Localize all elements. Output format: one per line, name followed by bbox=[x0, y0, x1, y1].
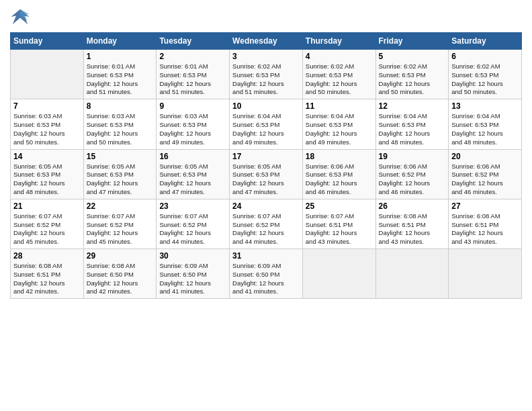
weekday-header-saturday: Saturday bbox=[449, 33, 522, 50]
calendar-cell: 19Sunrise: 6:06 AM Sunset: 6:52 PM Dayli… bbox=[375, 149, 449, 199]
day-info: Sunrise: 6:08 AM Sunset: 6:51 PM Dayligh… bbox=[451, 212, 519, 246]
calendar-cell: 11Sunrise: 6:04 AM Sunset: 6:53 PM Dayli… bbox=[302, 99, 375, 149]
calendar-week-row: 14Sunrise: 6:05 AM Sunset: 6:53 PM Dayli… bbox=[11, 149, 522, 199]
day-number: 30 bbox=[159, 251, 226, 261]
day-number: 26 bbox=[379, 201, 446, 211]
day-number: 12 bbox=[379, 101, 446, 111]
day-info: Sunrise: 6:07 AM Sunset: 6:52 PM Dayligh… bbox=[87, 212, 154, 246]
day-number: 13 bbox=[451, 101, 519, 111]
calendar-cell: 8Sunrise: 6:03 AM Sunset: 6:53 PM Daylig… bbox=[83, 99, 157, 149]
day-number: 4 bbox=[306, 52, 373, 61]
logo-icon bbox=[10, 7, 30, 27]
calendar-cell: 29Sunrise: 6:08 AM Sunset: 6:50 PM Dayli… bbox=[83, 249, 157, 299]
day-number: 27 bbox=[451, 201, 519, 211]
calendar-cell: 22Sunrise: 6:07 AM Sunset: 6:52 PM Dayli… bbox=[83, 199, 157, 248]
calendar-week-row: 28Sunrise: 6:08 AM Sunset: 6:51 PM Dayli… bbox=[11, 249, 522, 299]
calendar-cell: 18Sunrise: 6:06 AM Sunset: 6:53 PM Dayli… bbox=[302, 149, 375, 199]
calendar-cell bbox=[449, 249, 522, 299]
day-number: 9 bbox=[159, 101, 226, 111]
day-number: 29 bbox=[87, 251, 154, 261]
day-number: 16 bbox=[159, 152, 226, 161]
page-header bbox=[10, 7, 522, 27]
weekday-header-tuesday: Tuesday bbox=[157, 33, 230, 50]
calendar-cell: 16Sunrise: 6:05 AM Sunset: 6:53 PM Dayli… bbox=[157, 149, 230, 199]
day-info: Sunrise: 6:08 AM Sunset: 6:51 PM Dayligh… bbox=[379, 212, 446, 246]
calendar-cell: 12Sunrise: 6:04 AM Sunset: 6:53 PM Dayli… bbox=[375, 99, 449, 149]
day-number: 6 bbox=[451, 52, 519, 61]
calendar-cell: 23Sunrise: 6:07 AM Sunset: 6:52 PM Dayli… bbox=[157, 199, 230, 248]
day-info: Sunrise: 6:01 AM Sunset: 6:53 PM Dayligh… bbox=[159, 62, 226, 97]
weekday-header-row: SundayMondayTuesdayWednesdayThursdayFrid… bbox=[11, 33, 522, 50]
calendar-cell: 2Sunrise: 6:01 AM Sunset: 6:53 PM Daylig… bbox=[157, 50, 230, 99]
calendar-cell: 4Sunrise: 6:02 AM Sunset: 6:53 PM Daylig… bbox=[302, 50, 375, 99]
day-info: Sunrise: 6:05 AM Sunset: 6:53 PM Dayligh… bbox=[232, 163, 300, 197]
day-info: Sunrise: 6:07 AM Sunset: 6:52 PM Dayligh… bbox=[13, 212, 81, 246]
calendar-cell: 1Sunrise: 6:01 AM Sunset: 6:53 PM Daylig… bbox=[83, 50, 157, 99]
calendar-cell: 27Sunrise: 6:08 AM Sunset: 6:51 PM Dayli… bbox=[449, 199, 522, 248]
day-info: Sunrise: 6:06 AM Sunset: 6:52 PM Dayligh… bbox=[451, 163, 519, 197]
calendar-cell: 10Sunrise: 6:04 AM Sunset: 6:53 PM Dayli… bbox=[230, 99, 303, 149]
day-number: 14 bbox=[13, 152, 81, 161]
day-number: 23 bbox=[159, 201, 226, 211]
logo bbox=[10, 7, 33, 27]
calendar-cell: 31Sunrise: 6:09 AM Sunset: 6:50 PM Dayli… bbox=[230, 249, 303, 299]
weekday-header-thursday: Thursday bbox=[302, 33, 375, 50]
day-info: Sunrise: 6:04 AM Sunset: 6:53 PM Dayligh… bbox=[306, 112, 373, 146]
calendar-cell bbox=[11, 50, 84, 99]
day-number: 8 bbox=[87, 101, 154, 111]
calendar-cell: 17Sunrise: 6:05 AM Sunset: 6:53 PM Dayli… bbox=[230, 149, 303, 199]
calendar-cell: 9Sunrise: 6:03 AM Sunset: 6:53 PM Daylig… bbox=[157, 99, 230, 149]
day-info: Sunrise: 6:06 AM Sunset: 6:52 PM Dayligh… bbox=[379, 163, 446, 197]
day-info: Sunrise: 6:04 AM Sunset: 6:53 PM Dayligh… bbox=[451, 112, 519, 146]
day-number: 7 bbox=[13, 101, 81, 111]
day-number: 11 bbox=[306, 101, 373, 111]
calendar-week-row: 21Sunrise: 6:07 AM Sunset: 6:52 PM Dayli… bbox=[11, 199, 522, 248]
calendar-cell: 15Sunrise: 6:05 AM Sunset: 6:53 PM Dayli… bbox=[83, 149, 157, 199]
day-number: 31 bbox=[232, 251, 300, 261]
day-number: 18 bbox=[306, 152, 373, 161]
day-info: Sunrise: 6:02 AM Sunset: 6:53 PM Dayligh… bbox=[379, 62, 446, 97]
day-info: Sunrise: 6:03 AM Sunset: 6:53 PM Dayligh… bbox=[87, 112, 154, 146]
calendar-cell: 21Sunrise: 6:07 AM Sunset: 6:52 PM Dayli… bbox=[11, 199, 84, 248]
day-number: 17 bbox=[232, 152, 300, 161]
day-info: Sunrise: 6:04 AM Sunset: 6:53 PM Dayligh… bbox=[379, 112, 446, 146]
page-container: SundayMondayTuesdayWednesdayThursdayFrid… bbox=[0, 0, 532, 306]
day-info: Sunrise: 6:08 AM Sunset: 6:50 PM Dayligh… bbox=[87, 262, 154, 296]
day-info: Sunrise: 6:02 AM Sunset: 6:53 PM Dayligh… bbox=[232, 62, 300, 97]
day-info: Sunrise: 6:02 AM Sunset: 6:53 PM Dayligh… bbox=[451, 62, 519, 97]
calendar-cell: 14Sunrise: 6:05 AM Sunset: 6:53 PM Dayli… bbox=[11, 149, 84, 199]
weekday-header-friday: Friday bbox=[375, 33, 449, 50]
day-number: 5 bbox=[379, 52, 446, 61]
calendar-cell: 6Sunrise: 6:02 AM Sunset: 6:53 PM Daylig… bbox=[449, 50, 522, 99]
day-number: 10 bbox=[232, 101, 300, 111]
day-info: Sunrise: 6:07 AM Sunset: 6:51 PM Dayligh… bbox=[306, 212, 373, 246]
calendar-cell bbox=[302, 249, 375, 299]
calendar-week-row: 7Sunrise: 6:03 AM Sunset: 6:53 PM Daylig… bbox=[11, 99, 522, 149]
calendar-cell: 28Sunrise: 6:08 AM Sunset: 6:51 PM Dayli… bbox=[11, 249, 84, 299]
weekday-header-sunday: Sunday bbox=[11, 33, 84, 50]
calendar-cell: 7Sunrise: 6:03 AM Sunset: 6:53 PM Daylig… bbox=[11, 99, 84, 149]
calendar-cell: 24Sunrise: 6:07 AM Sunset: 6:52 PM Dayli… bbox=[230, 199, 303, 248]
day-info: Sunrise: 6:06 AM Sunset: 6:53 PM Dayligh… bbox=[306, 163, 373, 197]
calendar-table: SundayMondayTuesdayWednesdayThursdayFrid… bbox=[10, 32, 522, 299]
day-info: Sunrise: 6:04 AM Sunset: 6:53 PM Dayligh… bbox=[232, 112, 300, 146]
day-info: Sunrise: 6:01 AM Sunset: 6:53 PM Dayligh… bbox=[87, 62, 154, 97]
day-info: Sunrise: 6:07 AM Sunset: 6:52 PM Dayligh… bbox=[159, 212, 226, 246]
day-number: 3 bbox=[232, 52, 300, 61]
day-info: Sunrise: 6:05 AM Sunset: 6:53 PM Dayligh… bbox=[159, 163, 226, 197]
day-info: Sunrise: 6:09 AM Sunset: 6:50 PM Dayligh… bbox=[159, 262, 226, 296]
calendar-cell: 3Sunrise: 6:02 AM Sunset: 6:53 PM Daylig… bbox=[230, 50, 303, 99]
calendar-cell: 26Sunrise: 6:08 AM Sunset: 6:51 PM Dayli… bbox=[375, 199, 449, 248]
weekday-header-wednesday: Wednesday bbox=[230, 33, 303, 50]
day-number: 21 bbox=[13, 201, 81, 211]
day-info: Sunrise: 6:02 AM Sunset: 6:53 PM Dayligh… bbox=[306, 62, 373, 97]
day-info: Sunrise: 6:09 AM Sunset: 6:50 PM Dayligh… bbox=[232, 262, 300, 296]
calendar-cell: 30Sunrise: 6:09 AM Sunset: 6:50 PM Dayli… bbox=[157, 249, 230, 299]
day-info: Sunrise: 6:08 AM Sunset: 6:51 PM Dayligh… bbox=[13, 262, 81, 296]
calendar-cell: 5Sunrise: 6:02 AM Sunset: 6:53 PM Daylig… bbox=[375, 50, 449, 99]
calendar-cell: 20Sunrise: 6:06 AM Sunset: 6:52 PM Dayli… bbox=[449, 149, 522, 199]
calendar-cell: 25Sunrise: 6:07 AM Sunset: 6:51 PM Dayli… bbox=[302, 199, 375, 248]
day-number: 20 bbox=[451, 152, 519, 161]
day-number: 25 bbox=[306, 201, 373, 211]
day-info: Sunrise: 6:05 AM Sunset: 6:53 PM Dayligh… bbox=[87, 163, 154, 197]
